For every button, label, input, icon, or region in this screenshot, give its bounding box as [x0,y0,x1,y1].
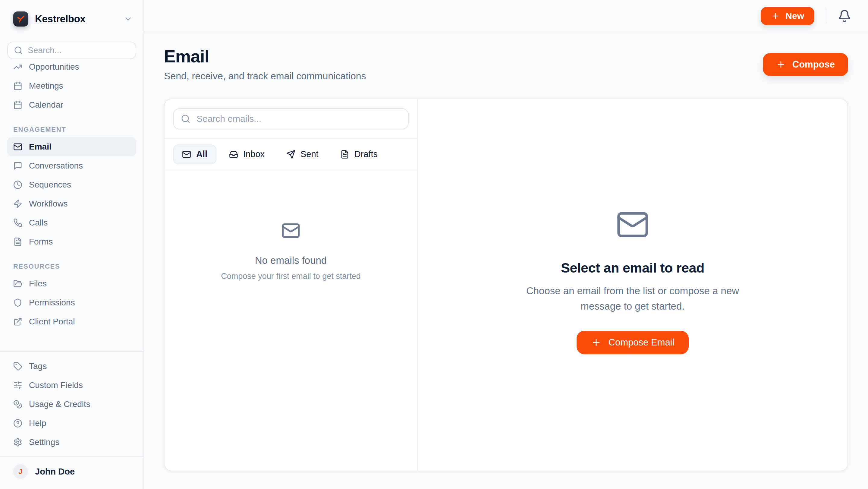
send-icon [286,150,296,159]
sidebar-item-client-portal[interactable]: Client Portal [7,312,136,331]
phone-icon [13,218,22,227]
sidebar-item-workflows[interactable]: Workflows [7,194,136,213]
brand-logo [13,11,28,27]
coins-icon [13,400,22,409]
tag-icon [13,362,22,371]
sidebar-item-forms[interactable]: Forms [7,232,136,251]
bell-icon [838,9,851,23]
sidebar-item-permissions[interactable]: Permissions [7,293,136,312]
sidebar-search [7,41,136,59]
email-folder-tabs: AllInboxSentDrafts [164,139,417,170]
file-text-icon [13,237,22,246]
trending-up-icon [13,62,22,71]
plus-icon [591,337,601,347]
nav-section-label: RESOURCES [13,263,136,270]
search-icon [14,46,23,55]
nav-section-label: ENGAGEMENT [13,126,136,133]
main-area: New Email Send, receive, and track email… [144,0,868,489]
sidebar-nav: OpportunitiesMeetingsCalendarENGAGEMENTE… [0,59,144,331]
mail-icon [182,150,191,159]
new-button[interactable]: New [761,7,814,25]
tab-inbox[interactable]: Inbox [220,145,274,164]
sidebar-item-meetings[interactable]: Meetings [7,76,136,95]
kestrel-bird-icon [16,14,26,24]
user-name: John Doe [35,467,75,477]
mail-icon [13,142,22,151]
notifications-button[interactable] [838,9,851,23]
user-menu[interactable]: J John Doe [0,456,144,489]
page-subtitle: Send, receive, and track email communica… [164,70,366,82]
avatar: J [13,464,28,479]
reading-pane: Select an email to read Choose an email … [418,99,847,470]
sidebar-item-calls[interactable]: Calls [7,213,136,232]
file-text-icon [340,150,349,159]
app-root: Kestrelbox OpportunitiesMeetingsCalendar… [0,0,868,489]
message-square-icon [13,161,22,170]
sidebar-item-tags[interactable]: Tags [7,357,136,376]
settings-icon [13,438,22,447]
zap-icon [13,199,22,208]
workspace-switcher[interactable]: Kestrelbox [0,0,144,27]
shield-icon [13,298,22,307]
sidebar-item-calendar[interactable]: Calendar [7,95,136,114]
sidebar-item-sequences[interactable]: Sequences [7,175,136,194]
plus-icon [776,60,786,69]
sidebar-item-files[interactable]: Files [7,274,136,293]
sidebar-item-opportunities[interactable]: Opportunities [7,59,136,76]
reading-pane-description: Choose an email from the list or compose… [510,283,755,314]
tab-sent[interactable]: Sent [277,145,328,164]
reading-pane-title: Select an email to read [510,260,755,276]
email-list-body: No emails found Compose your first email… [164,170,417,470]
inbox-icon [229,150,238,159]
plus-icon [771,11,780,21]
search-icon [181,114,190,124]
topbar-divider [826,9,827,23]
folder-open-icon [13,279,22,288]
sidebar-item-conversations[interactable]: Conversations [7,156,136,175]
empty-state: No emails found Compose your first email… [164,170,417,281]
sliders-icon [13,381,22,390]
compose-button[interactable]: Compose [763,53,848,76]
page-header: Email Send, receive, and track email com… [164,47,848,82]
sidebar-bottom: TagsCustom FieldsUsage & CreditsHelpSett… [0,351,144,452]
page-title: Email [164,47,366,66]
clock-icon [13,180,22,189]
email-panel: AllInboxSentDrafts No emails found Compo… [164,99,848,471]
email-search-input[interactable] [173,108,409,129]
email-list-column: AllInboxSentDrafts No emails found Compo… [164,99,418,470]
brand-name: Kestrelbox [35,13,86,25]
empty-state-caption: Compose your first email to get started [164,272,417,281]
mail-icon [616,208,650,242]
chevron-down-icon [124,14,133,24]
sidebar-item-custom-fields[interactable]: Custom Fields [7,376,136,395]
calendar-icon [13,100,22,110]
sidebar-item-settings[interactable]: Settings [7,433,136,452]
mail-icon [281,221,301,240]
sidebar-item-email[interactable]: Email [7,137,136,156]
external-link-icon [13,317,22,326]
content: Email Send, receive, and track email com… [144,32,868,489]
sidebar-item-help[interactable]: Help [7,414,136,433]
sidebar-search-input[interactable] [7,41,136,59]
sidebar-item-usage-credits[interactable]: Usage & Credits [7,395,136,414]
email-search [164,99,417,139]
tab-drafts[interactable]: Drafts [331,145,387,164]
sidebar: Kestrelbox OpportunitiesMeetingsCalendar… [0,0,144,489]
calendar-icon [13,82,22,90]
tab-all[interactable]: All [173,145,216,164]
help-circle-icon [13,419,22,428]
empty-state-title: No emails found [164,255,417,266]
compose-email-button[interactable]: Compose Email [577,331,689,354]
top-bar: New [144,0,868,32]
